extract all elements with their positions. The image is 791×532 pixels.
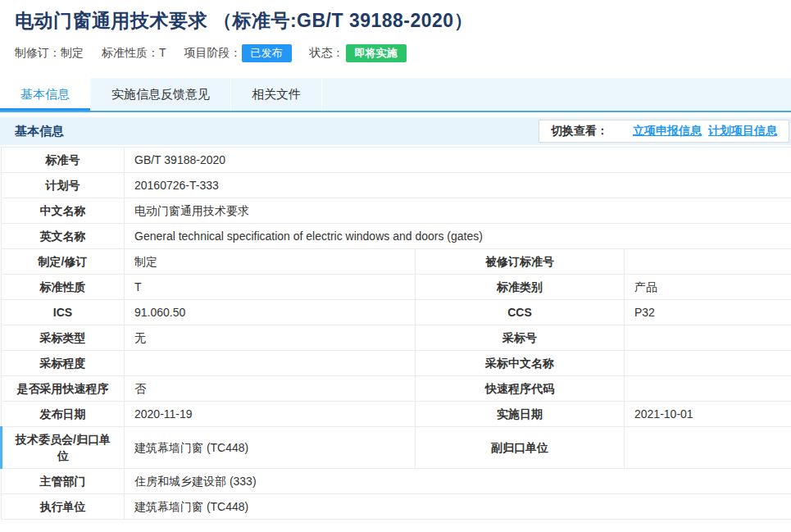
standard-detail-page: 电动门窗通用技术要求 （标准号:GB/T 39188-2020） 制修订：制定 … bbox=[0, 0, 791, 532]
row-value bbox=[625, 351, 791, 376]
row-label: 采标程度 bbox=[2, 351, 125, 376]
row-value: 20160726-T-333 bbox=[125, 173, 791, 198]
tab-bar: 基本信息 实施信息反馈意见 相关文件 bbox=[0, 78, 791, 112]
meta-stage: 项目阶段：已发布 bbox=[184, 44, 292, 62]
row-label: 标准号 bbox=[2, 148, 125, 173]
meta-stage-label: 项目阶段： bbox=[184, 46, 242, 59]
tab-implementation-feedback[interactable]: 实施信息反馈意见 bbox=[91, 78, 231, 111]
switch-view-label: 切换查看： bbox=[551, 124, 608, 139]
row-label: 标准性质 bbox=[2, 275, 125, 300]
row-label: 发布日期 bbox=[2, 402, 125, 427]
row-label: 制定/修订 bbox=[2, 249, 125, 275]
link-plan-project-info[interactable]: 计划项目信息 bbox=[708, 124, 777, 139]
page-header: 电动门窗通用技术要求 （标准号:GB/T 39188-2020） 制修订：制定 … bbox=[0, 0, 791, 63]
row-value: 建筑幕墙门窗 (TC448) bbox=[125, 427, 416, 469]
row-value bbox=[625, 325, 791, 351]
table-row: 英文名称 General technical specification of … bbox=[2, 224, 791, 249]
table-row: ICS 91.060.50 CCS P32 bbox=[2, 300, 791, 325]
tab-related-files[interactable]: 相关文件 bbox=[231, 78, 322, 111]
meta-row: 制修订：制定 标准性质：T 项目阶段：已发布 状态：即将实施 bbox=[15, 43, 776, 63]
row-value bbox=[125, 351, 416, 376]
row-label: 是否采用快速程序 bbox=[2, 376, 125, 402]
page-title: 电动门窗通用技术要求 （标准号:GB/T 39188-2020） bbox=[15, 8, 776, 34]
table-row: 采标类型 无 采标号 bbox=[2, 325, 791, 351]
row-value: 建筑幕墙门窗 (TC448) bbox=[125, 494, 791, 520]
row-value: 住房和城乡建设部 (333) bbox=[125, 469, 791, 494]
row-label: 执行单位 bbox=[2, 494, 125, 520]
table-row: 标准性质 T 标准类别 产品 bbox=[2, 275, 791, 300]
row-label: 采标号 bbox=[416, 325, 625, 351]
table-row: 技术委员会/归口单位 建筑幕墙门窗 (TC448) 副归口单位 bbox=[2, 427, 791, 469]
status-badge-upcoming: 即将实施 bbox=[346, 44, 407, 62]
row-value bbox=[625, 427, 791, 469]
row-value bbox=[625, 249, 791, 275]
row-value bbox=[625, 376, 791, 402]
standard-info-table: 标准号 GB/T 39188-2020 计划号 20160726-T-333 中… bbox=[0, 147, 791, 520]
row-label: 标准类别 bbox=[416, 275, 625, 300]
row-value: 否 bbox=[125, 376, 416, 402]
switch-view-box: 切换查看： 立项申报信息 计划项目信息 bbox=[539, 120, 789, 143]
row-value: T bbox=[125, 275, 416, 300]
table-row: 中文名称 电动门窗通用技术要求 bbox=[2, 198, 791, 224]
row-label: 主管部门 bbox=[2, 469, 125, 494]
row-value: P32 bbox=[625, 300, 791, 325]
row-label: 采标类型 bbox=[2, 325, 125, 351]
row-value: 91.060.50 bbox=[125, 300, 416, 325]
row-label: 快速程序代码 bbox=[416, 376, 625, 402]
row-label: 计划号 bbox=[2, 173, 125, 198]
row-value: 2021-10-01 bbox=[625, 402, 791, 427]
row-value: 制定 bbox=[125, 249, 416, 275]
row-value: GB/T 39188-2020 bbox=[125, 148, 791, 173]
meta-status: 状态：即将实施 bbox=[310, 44, 407, 62]
status-badge-published: 已发布 bbox=[242, 44, 292, 62]
section-header: 基本信息 切换查看： 立项申报信息 计划项目信息 bbox=[0, 117, 791, 145]
table-row: 主管部门 住房和城乡建设部 (333) bbox=[2, 469, 791, 494]
table-row: 执行单位 建筑幕墙门窗 (TC448) bbox=[2, 494, 791, 520]
row-label: 中文名称 bbox=[2, 198, 125, 224]
meta-revision: 制修订：制定 bbox=[15, 46, 84, 61]
meta-status-label: 状态： bbox=[310, 46, 344, 59]
row-label: 技术委员会/归口单位 bbox=[2, 427, 125, 469]
row-label: 副归口单位 bbox=[416, 427, 625, 469]
meta-nature: 标准性质：T bbox=[102, 46, 166, 61]
table-row: 标准号 GB/T 39188-2020 bbox=[2, 148, 791, 173]
link-project-application-info[interactable]: 立项申报信息 bbox=[633, 124, 702, 139]
table-row: 制定/修订 制定 被修订标准号 bbox=[2, 249, 791, 275]
row-label: 被修订标准号 bbox=[416, 249, 625, 275]
row-value: General technical specification of elect… bbox=[125, 224, 791, 249]
row-label: 采标中文名称 bbox=[416, 351, 625, 376]
row-label: CCS bbox=[416, 300, 625, 325]
table-row: 计划号 20160726-T-333 bbox=[2, 173, 791, 198]
row-value: 无 bbox=[125, 325, 416, 351]
table-row: 采标程度 采标中文名称 bbox=[2, 351, 791, 376]
row-value: 产品 bbox=[625, 275, 791, 300]
row-label: 英文名称 bbox=[2, 224, 125, 249]
row-label: 实施日期 bbox=[416, 402, 625, 427]
table-row: 发布日期 2020-11-19 实施日期 2021-10-01 bbox=[2, 402, 791, 427]
tab-basic-info[interactable]: 基本信息 bbox=[0, 78, 91, 111]
section-title: 基本信息 bbox=[15, 124, 64, 139]
row-label: ICS bbox=[2, 300, 125, 325]
row-value: 2020-11-19 bbox=[125, 402, 416, 427]
table-row: 是否采用快速程序 否 快速程序代码 bbox=[2, 376, 791, 402]
row-value: 电动门窗通用技术要求 bbox=[125, 198, 791, 224]
